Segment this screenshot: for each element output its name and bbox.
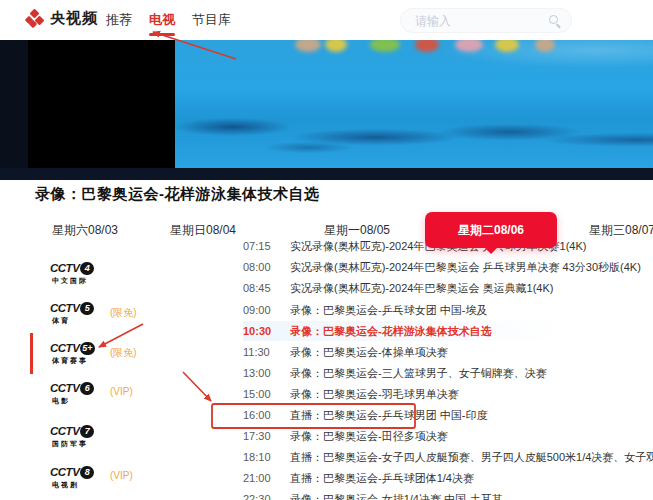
channel-badge: (VIP) xyxy=(110,470,133,481)
schedule-row[interactable]: 15:00录像：巴黎奥运会-羽毛球男单决赛 xyxy=(243,384,653,404)
schedule-row[interactable]: 22:30录像：巴黎奥运会-女排1/4决赛 中国-土耳其 xyxy=(243,489,653,500)
channel-name: 中文国际 xyxy=(50,276,200,286)
schedule-row[interactable]: 18:10直播：巴黎奥运会-女子四人皮艇预赛、男子四人皮艇500米1/4决赛、女… xyxy=(243,447,653,467)
channel-cctv5plus[interactable]: CCTV5+ 体育赛事 (限免) xyxy=(50,342,200,378)
channel-name: 国防军事 xyxy=(50,439,200,449)
cctv-video-page: 央视频 推荐 电视 节目库 录像：巴黎奥运会-花样游泳集体技术自选 星期六08/… xyxy=(0,0,653,500)
brand-home-link[interactable]: 央视频 xyxy=(26,9,98,28)
channel-cctv4[interactable]: CCTV4 中文国际 xyxy=(50,262,200,298)
nav-item-recommend[interactable]: 推荐 xyxy=(105,7,133,33)
tab-sun-08-04[interactable]: 星期日08/04 xyxy=(170,211,236,249)
cctv7-logo-icon: CCTV7 xyxy=(50,425,200,438)
main-nav: 推荐 电视 节目库 xyxy=(105,0,232,40)
cctv4-logo-icon: CCTV4 xyxy=(50,262,200,275)
tab-sat-08-03[interactable]: 星期六08/03 xyxy=(52,211,118,249)
schedule-row[interactable]: 08:45实况录像(奥林匹克)-2024年巴黎奥运会 奥运典藏1(4K) xyxy=(243,278,653,298)
schedule-row[interactable]: 08:00实况录像(奥林匹克)-2024年巴黎奥运会 乒乓球男单决赛 43分30… xyxy=(243,257,653,277)
channel-badge: (限免) xyxy=(110,306,137,320)
search-input[interactable] xyxy=(401,9,571,32)
tab-mon-08-05[interactable]: 星期一08/05 xyxy=(324,211,390,249)
schedule-row[interactable]: 09:00录像：巴黎奥运会-乒乓球女团 中国-埃及 xyxy=(243,300,653,320)
channel-cctv5[interactable]: CCTV5 体育 (限免) xyxy=(50,302,200,338)
schedule-row[interactable]: 13:00录像：巴黎奥运会-三人篮球男子、女子铜牌赛、决赛 xyxy=(243,363,653,383)
channel-cctv7[interactable]: CCTV7 国防军事 xyxy=(50,425,200,461)
brand-name: 央视频 xyxy=(50,9,98,28)
schedule-row[interactable]: 17:30录像：巴黎奥运会-田径多项决赛 xyxy=(243,426,653,446)
schedule-row-current[interactable]: 10:30录像：巴黎奥运会-花样游泳集体技术自选 xyxy=(243,321,653,341)
channel-badge: (VIP) xyxy=(110,386,133,397)
video-player[interactable] xyxy=(0,40,653,180)
tab-tue-08-06-selected[interactable]: 星期二08/06 xyxy=(425,212,557,248)
channel-name: 电影 xyxy=(50,396,200,406)
video-frame-swimming-pool xyxy=(175,40,653,168)
yangshipin-logo-icon xyxy=(26,10,44,28)
search-box[interactable] xyxy=(400,8,572,33)
channel-cctv8[interactable]: CCTV8 电视剧 (VIP) xyxy=(50,466,200,500)
nav-item-tv[interactable]: 电视 xyxy=(148,7,176,33)
nav-item-library[interactable]: 节目库 xyxy=(191,7,232,33)
top-header: 央视频 推荐 电视 节目库 xyxy=(0,0,653,40)
tab-wed-08-07[interactable]: 星期三08/07 xyxy=(589,211,653,249)
channel-cctv6[interactable]: CCTV6 电影 (VIP) xyxy=(50,382,200,418)
search-icon[interactable] xyxy=(549,15,558,24)
schedule-row[interactable]: 21:00直播：巴黎奥运会-乒乓球团体1/4决赛 xyxy=(243,468,653,488)
schedule-row[interactable]: 11:30录像：巴黎奥运会-体操单项决赛 xyxy=(243,342,653,362)
channel-name: 电视剧 xyxy=(50,480,200,490)
channel-badge: (限免) xyxy=(110,346,137,360)
date-tabs: 星期六08/03 星期日08/04 星期一08/05 星期二08/06 星期三0… xyxy=(0,211,653,249)
schedule-row-live-1600[interactable]: 16:00直播：巴黎奥运会-乒乓球男团 中国-印度 xyxy=(243,405,653,425)
program-title: 录像：巴黎奥运会-花样游泳集体技术自选 xyxy=(35,185,320,204)
